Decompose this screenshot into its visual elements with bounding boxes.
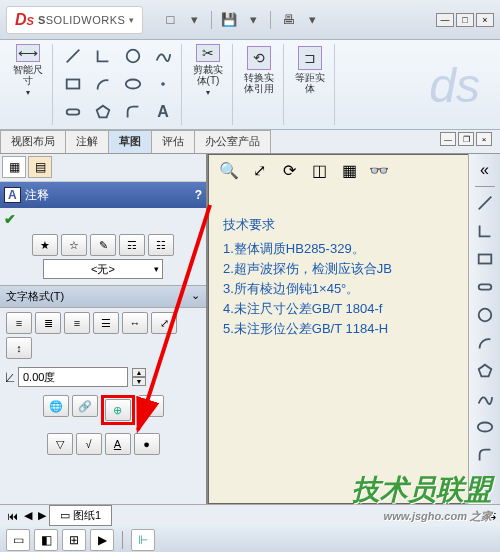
spin-down[interactable]: ▼ (132, 377, 146, 386)
trim-entities-button[interactable]: ✂ 剪裁实 体(T) ▾ (188, 44, 228, 96)
sheet-nav-first[interactable]: ⏮ (4, 510, 21, 522)
ds-logo-icon: DS (15, 11, 34, 29)
tab-view-layout[interactable]: 视图布局 (0, 130, 66, 153)
angle-v[interactable]: ↕ (6, 337, 32, 359)
insert-hyperlink[interactable]: 🌐 (43, 395, 69, 417)
spin-up[interactable]: ▲ (132, 368, 146, 377)
open-icon[interactable]: ▾ (185, 11, 203, 29)
zoom-area-icon[interactable]: ⤢ (247, 159, 271, 181)
style-fav1[interactable]: ★ (32, 234, 58, 256)
mdi-controls: — ❐ × (432, 130, 500, 153)
mdi-restore[interactable]: ❐ (458, 132, 474, 146)
slot-tool-r[interactable] (472, 275, 498, 299)
rectangle-tool[interactable] (59, 72, 87, 96)
help-icon[interactable]: ? (195, 188, 202, 202)
angle-0[interactable]: ↔ (122, 312, 148, 334)
text-tool[interactable]: A (149, 100, 177, 124)
svg-point-1 (127, 50, 140, 63)
polygon-tool-r[interactable] (472, 359, 498, 383)
app-logo: DS SSOLIDWORKS ▾ (6, 6, 143, 34)
anim-tab[interactable]: ▶ (90, 529, 114, 551)
align-right[interactable]: ≡ (64, 312, 90, 334)
style-load[interactable]: ☶ (119, 234, 145, 256)
style-save[interactable]: ☷ (148, 234, 174, 256)
highlight-box: ⊕ (101, 395, 135, 425)
close-button[interactable]: × (476, 13, 494, 27)
rotate-icon[interactable]: ⟳ (277, 159, 301, 181)
corner-tool[interactable] (89, 44, 117, 68)
arc-tool[interactable] (89, 72, 117, 96)
insert-surface[interactable]: ▽ (47, 433, 73, 455)
chamfer-tool-r[interactable] (472, 471, 498, 495)
spline-tool[interactable] (149, 44, 177, 68)
style-fav2[interactable]: ☆ (61, 234, 87, 256)
print-icon[interactable]: 🖶 (279, 11, 297, 29)
style-add[interactable]: ✎ (90, 234, 116, 256)
3dview-tab[interactable]: ◧ (34, 529, 58, 551)
motion-tab[interactable]: ⊞ (62, 529, 86, 551)
text-format-header[interactable]: 文字格式(T) (0, 285, 206, 308)
line-tool-r[interactable] (472, 191, 498, 215)
polygon-tool[interactable] (89, 100, 117, 124)
spline-tool-r[interactable] (472, 387, 498, 411)
sheet-nav-prev[interactable]: ◀ (21, 509, 35, 522)
align-left[interactable]: ≡ (6, 312, 32, 334)
insert-datum[interactable]: √ (76, 433, 102, 455)
insert-symbol[interactable]: ● (134, 433, 160, 455)
circle-tool-r[interactable] (472, 303, 498, 327)
chevron-down-icon[interactable]: ▾ (129, 15, 134, 25)
ok-check-icon[interactable]: ✔ (4, 211, 16, 227)
tab-annotation[interactable]: 注解 (65, 130, 109, 153)
fillet-tool-r[interactable] (472, 443, 498, 467)
minimize-button[interactable]: — (436, 13, 454, 27)
style-combo[interactable]: <无> (43, 259, 163, 279)
print-dropdown-icon[interactable]: ▾ (303, 11, 321, 29)
measure-tab[interactable]: ⊩ (131, 529, 155, 551)
new-icon[interactable]: □ (161, 11, 179, 29)
ellipse-tool[interactable] (119, 72, 147, 96)
insert-gtol[interactable]: ⊗ (138, 395, 164, 417)
zoom-fit-icon[interactable]: 🔍 (217, 159, 241, 181)
angle-input[interactable]: 0.00度 (18, 367, 128, 387)
align-justify[interactable]: ☰ (93, 312, 119, 334)
notes-title: 技术要求 (223, 215, 392, 235)
expand-icon[interactable]: « (472, 158, 498, 182)
insert-variable-button[interactable]: ⊕ (105, 399, 131, 421)
line-tool[interactable] (59, 44, 87, 68)
sheet-tab-1[interactable]: ▭ 图纸1 (49, 505, 112, 526)
insert-link-note[interactable]: 🔗 (72, 395, 98, 417)
model-tab[interactable]: ▭ (6, 529, 30, 551)
circle-tool[interactable] (119, 44, 147, 68)
display-style-icon[interactable]: ◫ (307, 159, 331, 181)
tab-sketch[interactable]: 草图 (108, 130, 152, 153)
convert-entities-button[interactable]: ⟲ 转换实 体引用 (239, 44, 279, 96)
sheet-nav-next[interactable]: ▶ (35, 509, 49, 522)
sheet-tab-bar: ⏮ ◀ ▶ ▭ 图纸1 ⇆ (0, 504, 500, 526)
feature-manager-tab[interactable]: ▦ (2, 156, 26, 178)
tab-evaluate[interactable]: 评估 (151, 130, 195, 153)
align-center[interactable]: ≣ (35, 312, 61, 334)
graphics-viewport[interactable]: 🔍 ⤢ ⟳ ◫ ▦ 👓 技术要求 1.整体调质HB285-329。 2.超声波探… (208, 154, 500, 504)
angle-30[interactable]: ⤢ (151, 312, 177, 334)
mdi-close[interactable]: × (476, 132, 492, 146)
save-dropdown-icon[interactable]: ▾ (244, 11, 262, 29)
insert-balloon[interactable]: A (105, 433, 131, 455)
rectangle-tool-r[interactable] (472, 247, 498, 271)
offset-entities-button[interactable]: ⊐ 等距实 体 (290, 44, 330, 96)
sheet-scroll-icon[interactable]: ⇆ (487, 509, 496, 522)
smart-dimension-button[interactable]: ⟷ 智能尺 寸 ▾ (8, 44, 48, 96)
corner-tool-r[interactable] (472, 219, 498, 243)
maximize-button[interactable]: □ (456, 13, 474, 27)
point-tool[interactable] (149, 72, 177, 96)
save-icon[interactable]: 💾 (220, 11, 238, 29)
fillet-tool[interactable] (119, 100, 147, 124)
tab-office[interactable]: 办公室产品 (194, 130, 271, 153)
ellipse-tool-r[interactable] (472, 415, 498, 439)
arc-tool-r[interactable] (472, 331, 498, 355)
hide-show-icon[interactable]: 👓 (367, 159, 391, 181)
property-manager-tab[interactable]: ▤ (28, 156, 52, 178)
technical-notes-block[interactable]: 技术要求 1.整体调质HB285-329。 2.超声波探伤，检测应该合JB 3.… (223, 215, 392, 339)
section-icon[interactable]: ▦ (337, 159, 361, 181)
slot-tool[interactable] (59, 100, 87, 124)
mdi-minimize[interactable]: — (440, 132, 456, 146)
